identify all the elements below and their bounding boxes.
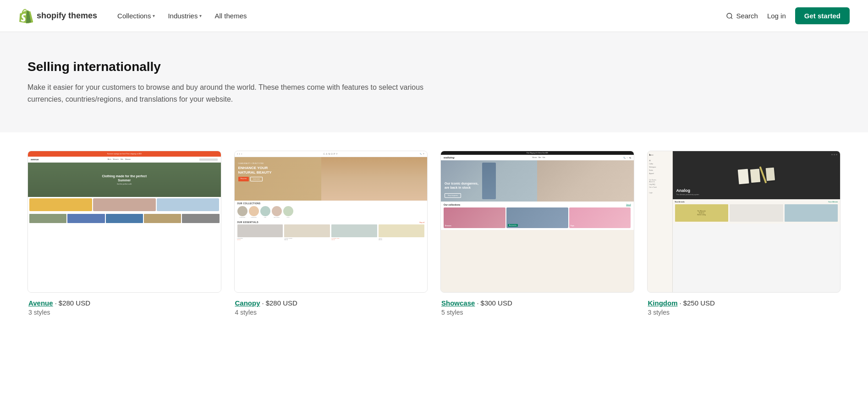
showcase-styles: 5 styles <box>441 309 633 316</box>
theme-card-showcase[interactable]: Free Shipping On Orders Over $99 waltzin… <box>440 151 634 316</box>
avenue-preview: Summer savings are here! Free shipping o… <box>27 151 221 293</box>
collections-chevron-icon: ▾ <box>153 13 155 18</box>
hero-section: Selling internationally Make it easier f… <box>0 32 868 132</box>
themes-grid: Summer savings are here! Free shipping o… <box>27 151 841 316</box>
search-label: Search <box>736 12 758 20</box>
themes-section: Summer savings are here! Free shipping o… <box>0 132 868 334</box>
hero-title: Selling internationally <box>27 60 841 74</box>
all-themes-label: All themes <box>214 12 247 20</box>
search-button[interactable]: Search <box>726 12 758 20</box>
theme-card-canopy[interactable]: ♦♦♦ CANOPY 🔍☰ CLEAN BEAUTY • CRUELTY FRE… <box>234 151 428 316</box>
canopy-name[interactable]: Canopy <box>235 299 260 307</box>
shopify-logo[interactable]: shopify themes <box>18 9 97 23</box>
nav-links: Collections ▾ Industries ▾ All themes <box>112 8 252 23</box>
svg-line-1 <box>731 17 732 19</box>
industries-label: Industries <box>168 12 198 20</box>
kingdom-price: $250 USD <box>683 299 715 307</box>
canopy-price: $280 USD <box>266 299 297 307</box>
all-themes-nav-item[interactable]: All themes <box>209 8 252 23</box>
kingdom-info: Kingdom · $250 USD 3 styles <box>647 299 841 316</box>
login-label: Log in <box>767 12 786 20</box>
showcase-preview: Free Shipping On Orders Over $99 waltzin… <box>440 151 634 293</box>
collections-nav-item[interactable]: Collections ▾ <box>112 8 160 23</box>
theme-card-kingdom[interactable]: k— All Coffee Workspace Books Apparel Ou… <box>647 151 841 316</box>
canopy-styles: 4 styles <box>235 309 427 316</box>
avenue-styles: 3 styles <box>28 309 220 316</box>
svg-point-0 <box>727 13 732 18</box>
navbar-left: shopify themes Collections ▾ Industries … <box>18 8 253 23</box>
showcase-info: Showcase · $300 USD 5 styles <box>440 299 634 316</box>
kingdom-preview: k— All Coffee Workspace Books Apparel Ou… <box>647 151 841 293</box>
industries-nav-item[interactable]: Industries ▾ <box>162 8 207 23</box>
navbar: shopify themes Collections ▾ Industries … <box>0 0 868 32</box>
logo-text: shopify themes <box>37 11 97 21</box>
avenue-info: Avenue · $280 USD 3 styles <box>27 299 221 316</box>
showcase-price: $300 USD <box>481 299 512 307</box>
industries-chevron-icon: ▾ <box>199 13 202 18</box>
collections-label: Collections <box>117 12 151 20</box>
avenue-price: $280 USD <box>59 299 90 307</box>
canopy-preview: ♦♦♦ CANOPY 🔍☰ CLEAN BEAUTY • CRUELTY FRE… <box>234 151 428 293</box>
avenue-name[interactable]: Avenue <box>28 299 53 307</box>
theme-card-avenue[interactable]: Summer savings are here! Free shipping o… <box>27 151 221 316</box>
login-button[interactable]: Log in <box>767 12 786 20</box>
showcase-name[interactable]: Showcase <box>441 299 475 307</box>
search-icon <box>726 12 733 20</box>
kingdom-styles: 3 styles <box>648 309 840 316</box>
kingdom-name[interactable]: Kingdom <box>648 299 678 307</box>
get-started-label: Get started <box>804 12 841 20</box>
shopify-bag-icon <box>18 9 33 23</box>
canopy-info: Canopy · $280 USD 4 styles <box>234 299 428 316</box>
navbar-right: Search Log in Get started <box>726 7 850 24</box>
hero-description: Make it easier for your customers to bro… <box>27 82 440 105</box>
get-started-button[interactable]: Get started <box>795 7 850 24</box>
